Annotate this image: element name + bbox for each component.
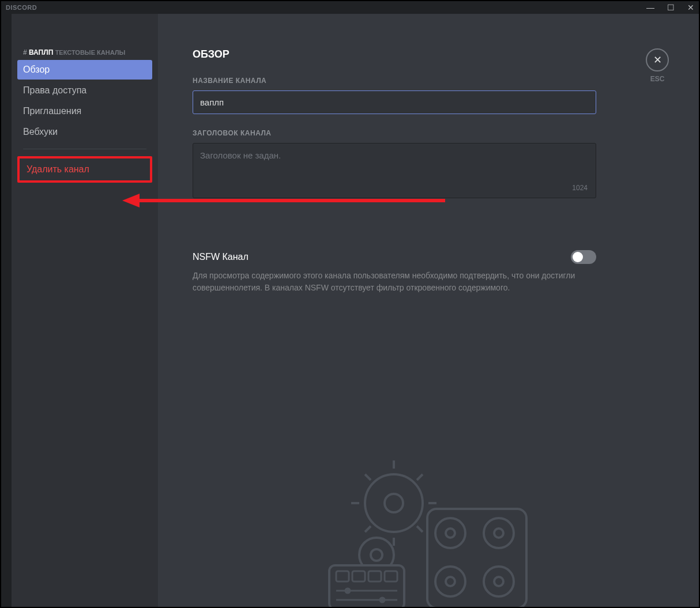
sidebar-item-overview[interactable]: Обзор — [17, 60, 152, 80]
close-button[interactable]: ✕ — [646, 48, 669, 71]
page-title: ОБЗОР — [193, 48, 653, 61]
sidebar-item-invites[interactable]: Приглашения — [17, 101, 152, 121]
channel-name-input[interactable] — [193, 90, 596, 114]
delete-channel-button[interactable]: Удалить канал — [21, 160, 149, 179]
svg-point-10 — [446, 577, 455, 586]
svg-point-8 — [494, 528, 503, 538]
app-name: DISCORD — [6, 4, 37, 11]
channel-topic-input[interactable]: Заголовок не задан. 1024 — [193, 143, 596, 198]
maximize-icon[interactable]: ☐ — [667, 3, 675, 12]
sidebar-header: # ВАПЛП ТЕКСТОВЫЕ КАНАЛЫ — [17, 48, 152, 60]
app-body: # ВАПЛП ТЕКСТОВЫЕ КАНАЛЫ Обзор Права дос… — [1, 14, 699, 607]
svg-point-6 — [446, 528, 455, 538]
topic-char-counter: 1024 — [572, 184, 588, 192]
sidebar: # ВАПЛП ТЕКСТОВЫЕ КАНАЛЫ Обзор Права дос… — [12, 14, 158, 607]
close-label: ESC — [646, 75, 669, 83]
minimize-icon[interactable]: — — [646, 3, 654, 12]
delete-highlight-box: Удалить канал — [17, 156, 152, 183]
svg-point-3 — [371, 549, 382, 561]
sidebar-divider — [23, 149, 146, 149]
svg-point-19 — [345, 588, 350, 593]
titlebar: DISCORD — ☐ ✕ — [1, 1, 699, 14]
sidebar-item-permissions[interactable]: Права доступа — [17, 81, 152, 100]
close-window-icon[interactable]: ✕ — [687, 3, 694, 12]
nsfw-row: NSFW Канал — [193, 250, 596, 264]
toggle-knob — [573, 252, 583, 262]
channel-topic-label: ЗАГОЛОВОК КАНАЛА — [193, 129, 653, 137]
close-icon: ✕ — [653, 54, 662, 66]
topic-placeholder: Заголовок не задан. — [200, 150, 281, 160]
close-wrap: ✕ ESC — [646, 48, 669, 83]
svg-point-12 — [494, 577, 503, 586]
svg-point-21 — [380, 598, 385, 602]
nsfw-description: Для просмотра содержимого этого канала п… — [193, 270, 596, 294]
decorative-illustration — [319, 457, 538, 607]
channel-name-label: НАЗВАНИЕ КАНАЛА — [193, 77, 653, 85]
nsfw-title: NSFW Канал — [193, 252, 249, 262]
svg-point-0 — [365, 474, 423, 532]
channel-category: ТЕКСТОВЫЕ КАНАЛЫ — [55, 49, 126, 56]
nsfw-toggle[interactable] — [571, 250, 596, 264]
svg-point-1 — [385, 494, 403, 512]
window-controls: — ☐ ✕ — [646, 3, 694, 12]
sidebar-item-webhooks[interactable]: Вебхуки — [17, 122, 152, 142]
hash-icon: # — [23, 48, 27, 56]
main-content: ✕ ESC ОБЗОР НАЗВАНИЕ КАНАЛА ЗАГОЛОВОК КА… — [158, 14, 699, 607]
left-gutter — [1, 14, 12, 607]
channel-name: ВАПЛП — [29, 48, 53, 56]
